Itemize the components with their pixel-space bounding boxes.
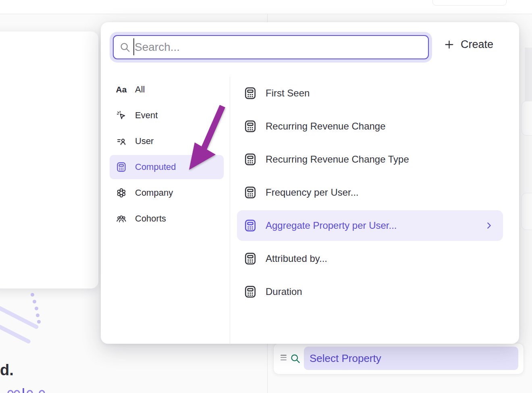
property-item-attributed-by[interactable]: Attributed by... (237, 243, 503, 274)
category-cohorts[interactable]: Cohorts (110, 207, 224, 231)
search-icon (290, 353, 301, 364)
decorative-dot (35, 307, 38, 310)
search-input[interactable]: Search... (113, 35, 429, 59)
category-label: Computed (135, 162, 176, 172)
select-property-label: Select Property (310, 352, 381, 365)
decorative-dot (33, 300, 36, 303)
clipped-link-fragment (5, 386, 49, 393)
property-item-recurring-revenue-change[interactable]: Recurring Revenue Change (237, 111, 503, 142)
calculator-icon (244, 186, 257, 199)
property-item-label: Duration (266, 286, 302, 297)
category-event[interactable]: Event (110, 103, 224, 128)
category-all[interactable]: Aa All (110, 77, 224, 102)
aa-icon: Aa (116, 84, 127, 95)
modal-divider (230, 77, 230, 344)
people-group-icon (116, 213, 127, 224)
cursor-spark-icon (116, 110, 127, 121)
background-button-fragment (432, 0, 507, 6)
search-icon (119, 42, 131, 53)
calculator-icon (244, 285, 257, 298)
property-item-label: Recurring Revenue Change (266, 121, 386, 132)
property-selector-card: Select Property (273, 343, 524, 374)
select-property-button[interactable]: Select Property (304, 347, 518, 370)
calculator-icon (244, 120, 257, 133)
property-item-label: Recurring Revenue Change Type (266, 154, 409, 165)
create-button[interactable]: Create (444, 38, 493, 51)
category-label: Cohorts (135, 213, 166, 224)
decorative-dot (36, 314, 39, 317)
calculator-icon (244, 87, 257, 100)
property-tooltip-card (0, 31, 98, 288)
category-label: User (135, 136, 154, 146)
background-card-fragment (522, 193, 532, 230)
calculator-icon (116, 162, 127, 172)
category-label: Company (135, 188, 173, 198)
calculator-icon (244, 252, 257, 265)
drag-handle-icon[interactable] (281, 355, 287, 360)
chevron-right-icon (484, 221, 493, 230)
calculator-icon (244, 219, 257, 232)
property-item-label: Aggregate Property per User... (266, 220, 397, 231)
property-item-label: Attributed by... (266, 253, 327, 264)
background-card-fragment (522, 101, 532, 136)
plus-icon (444, 40, 454, 50)
property-item-label: First Seen (266, 88, 310, 99)
property-item-label: Frequency per User... (266, 187, 359, 198)
search-placeholder: Search... (135, 41, 180, 54)
category-computed[interactable]: Computed (110, 155, 224, 179)
property-item-aggregate-property-per-user[interactable]: Aggregate Property per User... (237, 210, 503, 241)
property-item-frequency-per-user[interactable]: Frequency per User... (237, 177, 503, 208)
clipped-background-text: d. (0, 362, 14, 379)
category-label: Event (135, 110, 158, 121)
category-user[interactable]: User (110, 129, 224, 153)
category-company[interactable]: Company (110, 181, 224, 205)
create-button-label: Create (461, 38, 493, 51)
list-person-icon (116, 136, 127, 146)
text-caret (133, 38, 134, 55)
property-item-duration[interactable]: Duration (237, 276, 503, 307)
calculator-icon (244, 153, 257, 166)
cluster-icon (116, 188, 127, 198)
decorative-dot (31, 293, 34, 297)
property-item-first-seen[interactable]: First Seen (237, 78, 503, 109)
category-label: All (135, 84, 145, 95)
decorative-dot (37, 320, 41, 324)
property-picker-modal: Search... Create Aa All Event User Compu… (101, 22, 519, 344)
property-item-recurring-revenue-change-type[interactable]: Recurring Revenue Change Type (237, 144, 503, 175)
